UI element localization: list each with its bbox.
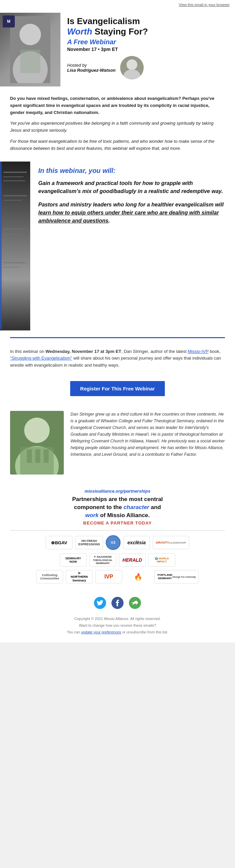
webinar-point-2: Pastors and ministry leaders who long fo… [38, 201, 227, 225]
svg-rect-9 [3, 172, 27, 173]
intro-para-3: For those that want evangelicalism to be… [10, 138, 225, 152]
intro-section: Do you have mixed feelings, consternatio… [0, 90, 235, 161]
svg-rect-24 [35, 450, 40, 463]
missio-ivp-link[interactable]: Missio-IVP [188, 349, 208, 354]
svg-rect-16 [3, 262, 25, 264]
wednesday-section: In this webinar on Wednesday, November 1… [0, 345, 235, 376]
view-email-link[interactable]: View this email in your browser [179, 3, 230, 7]
top-bar: View this email in your browser [0, 0, 235, 9]
svg-rect-17 [3, 267, 20, 268]
logo-row-2: SEMINARYNOW ✦ NAZARENETHEOLOGICALSEMINAR… [10, 553, 225, 567]
facebook-icon[interactable] [111, 597, 124, 609]
bio-section: Dan Stringer grew up as a third culture … [0, 404, 235, 481]
work-italic: work [85, 512, 99, 519]
svg-rect-14 [3, 228, 27, 230]
worth-italic: Worth [67, 27, 92, 36]
partners-section: missioalliance.org/partnerships Partners… [0, 481, 235, 590]
free-webinar-label: A Free Webinar [67, 38, 225, 46]
hosted-label: Hosted by [67, 63, 115, 68]
partners-heading: Partnerships are the most central compon… [10, 495, 225, 519]
svg-rect-11 [3, 180, 25, 181]
logo-ivp: IVP [95, 570, 122, 584]
partners-divider [10, 530, 225, 530]
logo-exclesia: exclēsia [123, 536, 150, 549]
svg-rect-10 [3, 176, 24, 177]
social-icons-row [0, 590, 235, 612]
header-text-block: Is Evangelicalism Worth Staying For? A F… [60, 13, 228, 87]
intro-para-2: Yet you've also experienced positives li… [10, 120, 225, 134]
header-section: M Is Evangelicalism Worth Staying For? A… [0, 9, 235, 90]
logo-bgav: ⊕BGAV [46, 536, 73, 549]
webinar-content-block: In this webinar, you will: Gain a framew… [30, 161, 235, 331]
svg-rect-15 [3, 233, 24, 234]
host-name: Lisa Rodriguez-Watson [67, 68, 115, 73]
hosted-by-text: Hosted by Lisa Rodriguez-Watson [67, 63, 115, 73]
footer: Copyright © 2021 Missio Alliance. All ri… [0, 612, 235, 642]
logo-row-3: CultivatingCommunities NNORTHERNSeminary… [10, 570, 225, 584]
wednesday-text: In this webinar on Wednesday, November 1… [10, 348, 225, 369]
character-italic: character [124, 504, 149, 510]
svg-point-20 [24, 417, 50, 443]
bio-photo [10, 411, 64, 474]
logo-portland-seminary: PORTLANDSEMINARYGeorge Fox University [154, 570, 199, 584]
host-avatar [120, 56, 144, 80]
section-divider [10, 337, 225, 338]
webinar-box: In this webinar, you will: Gain a framew… [0, 161, 235, 337]
svg-point-5 [127, 59, 137, 70]
logo-world-impact: 🌍 WORLDIMPACT [148, 553, 175, 567]
svg-rect-12 [3, 195, 27, 196]
bio-text: Dan Stringer grew up as a third culture … [64, 411, 225, 474]
svg-point-1 [20, 24, 41, 45]
webinar-underline-text: learn how to equip others under their ca… [38, 210, 219, 223]
missio-logo-badge: M [3, 16, 15, 28]
copyright-text: Copyright © 2021 Missio Alliance. All ri… [10, 616, 225, 622]
twitter-icon[interactable] [94, 597, 106, 609]
logo-flame: 🔥 [125, 570, 152, 584]
svg-rect-18 [0, 161, 2, 329]
logo-northern-seminary: NNORTHERNSeminary [66, 570, 93, 584]
change-email-text: Want to change how you receive these ema… [10, 622, 225, 636]
svg-rect-26 [132, 602, 134, 603]
webinar-point-1: Gain a framework and practical tools for… [38, 179, 227, 195]
bold-date: Wednesday, November 17 at 3pm ET [46, 349, 122, 354]
svg-rect-3 [20, 50, 40, 73]
logo-v3: V3 [106, 535, 121, 550]
intro-para-1: Do you have mixed feelings, consternatio… [10, 95, 225, 116]
header-person-image: M [0, 13, 60, 87]
logo-herald: HERALD [119, 553, 146, 567]
register-button-section: Register For This Free Webinar [0, 376, 235, 404]
logo-cultivating-communities: CultivatingCommunities [36, 570, 63, 584]
svg-rect-13 [3, 200, 22, 201]
forward-icon[interactable] [129, 597, 141, 609]
hosted-by-row: Hosted by Lisa Rodriguez-Watson [67, 56, 225, 80]
become-partner-label: BECOME A PARTNER TODAY [10, 521, 225, 526]
svg-rect-23 [27, 450, 32, 463]
svg-rect-25 [44, 450, 49, 463]
update-preferences-link[interactable]: update your preferences [81, 630, 121, 634]
logo-gravity: GRAVITYLEADERSHIP [153, 536, 189, 549]
webinar-title: Is Evangelicalism Worth Staying For? [67, 16, 225, 37]
logo-nazarene-seminary: ✦ NAZARENETHEOLOGICALSEMINARY [89, 553, 116, 567]
book-title-link[interactable]: "Struggling with Evangelicalism" [10, 355, 72, 361]
webinar-you-will-heading: In this webinar, you will: [38, 167, 227, 175]
logo-fresh-expressions: HH FRESHEXPRESSIONS [75, 536, 103, 549]
partners-url[interactable]: missioalliance.org/partnerships [85, 489, 150, 494]
webinar-side-decoration [0, 161, 30, 331]
svg-rect-8 [0, 161, 30, 329]
logo-row-1: ⊕BGAV HH FRESHEXPRESSIONS V3 exclēsia GR… [10, 535, 225, 550]
webinar-date: November 17 • 3pm ET [67, 46, 225, 52]
logo-seminary-now: SEMINARYNOW [60, 553, 87, 567]
register-button[interactable]: Register For This Free Webinar [70, 381, 165, 396]
